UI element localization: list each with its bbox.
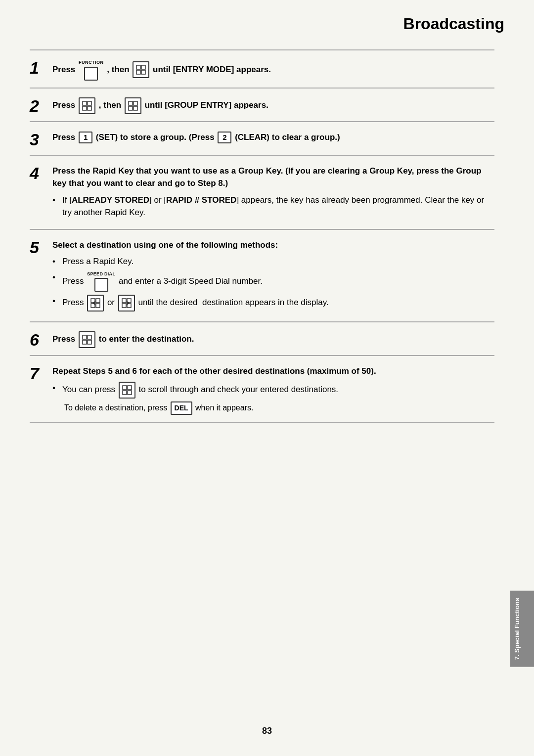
page-title: Broadcasting xyxy=(403,15,504,33)
grid-key-2b xyxy=(125,97,141,114)
grid-key-1 xyxy=(133,61,149,78)
key-1: 1 xyxy=(79,132,92,143)
svg-rect-17 xyxy=(122,299,126,303)
grid-key-2a xyxy=(79,97,95,114)
svg-rect-28 xyxy=(123,391,127,395)
content-area: 1 Press FUNCTION , then xyxy=(30,49,494,716)
step-3-row: 3 Press 1 (SET) to store a group. (Press… xyxy=(30,121,494,155)
step-1-row: 1 Press FUNCTION , then xyxy=(30,49,494,88)
grid-key-7 xyxy=(119,382,135,399)
step-4-bullet-1: If [ALREADY STORED] or [RAPID # STORED] … xyxy=(52,194,494,219)
svg-rect-5 xyxy=(88,101,91,105)
grid-key-5a xyxy=(87,295,104,311)
grid-key-6 xyxy=(79,331,95,348)
step-7-row: 7 Repeat Steps 5 and 6 for each of the o… xyxy=(30,355,494,423)
del-key: DEL xyxy=(171,401,192,415)
step-1-number: 1 xyxy=(30,59,52,76)
step-5-bullet-2: Press SPEED DIAL and enter a 3-digit Spe… xyxy=(52,271,494,292)
side-tab: 7. Special Functions xyxy=(510,591,534,667)
step-1-text: Press FUNCTION , then unt xyxy=(52,65,271,74)
step-7-bullets: You can press to scroll through and chec… xyxy=(52,382,494,399)
step-7-number: 7 xyxy=(30,365,52,382)
step-2-row: 2 Press , then xyxy=(30,88,494,121)
step-6-text: Press to enter the destination. xyxy=(52,334,194,344)
svg-rect-15 xyxy=(96,304,100,308)
speed-dial-key: SPEED DIAL xyxy=(87,271,115,292)
step-7-sub: To delete a destination, press DEL when … xyxy=(52,401,494,415)
key-2: 2 xyxy=(218,132,231,143)
svg-rect-27 xyxy=(128,386,132,390)
svg-rect-13 xyxy=(96,299,100,303)
svg-rect-22 xyxy=(83,335,87,339)
step-5-row: 5 Select a destination using one of the … xyxy=(30,229,494,322)
svg-rect-19 xyxy=(122,304,126,308)
svg-rect-26 xyxy=(123,386,127,390)
step-4-text: Press the Rapid Key that you want to use… xyxy=(52,166,482,188)
step-4-bullets: If [ALREADY STORED] or [RAPID # STORED] … xyxy=(52,194,494,219)
svg-rect-10 xyxy=(129,106,133,110)
svg-rect-9 xyxy=(134,101,137,105)
step-5-number: 5 xyxy=(30,239,52,256)
svg-marker-16 xyxy=(92,301,95,306)
grid-key-5b xyxy=(118,295,135,311)
page-number: 83 xyxy=(262,726,272,736)
svg-rect-8 xyxy=(129,101,133,105)
step-7-content: Repeat Steps 5 and 6 for each of the oth… xyxy=(52,365,494,415)
svg-rect-7 xyxy=(88,106,91,110)
step-5-text: Select a destination using one of the fo… xyxy=(52,240,278,250)
step-6-number: 6 xyxy=(30,331,52,348)
svg-rect-4 xyxy=(83,101,87,105)
step-5-bullets: Press a Rapid Key. Press SPEED DIAL and … xyxy=(52,255,494,311)
svg-rect-0 xyxy=(136,65,140,69)
svg-rect-29 xyxy=(128,391,132,395)
svg-rect-25 xyxy=(88,340,91,344)
step-5-bullet-1: Press a Rapid Key. xyxy=(52,255,494,268)
step-1-content: Press FUNCTION , then unt xyxy=(52,59,494,81)
step-3-number: 3 xyxy=(30,131,52,148)
svg-rect-2 xyxy=(136,70,140,74)
function-key: FUNCTION xyxy=(79,59,104,81)
svg-rect-6 xyxy=(83,106,87,110)
step-4-row: 4 Press the Rapid Key that you want to u… xyxy=(30,155,494,229)
step-2-number: 2 xyxy=(30,97,52,114)
page: Broadcasting 1 Press FUNCTION , then xyxy=(0,0,534,756)
step-7-bullet-1: You can press to scroll through and chec… xyxy=(52,382,494,399)
step-2-content: Press , then xyxy=(52,97,494,114)
svg-rect-3 xyxy=(141,70,145,74)
step-4-content: Press the Rapid Key that you want to use… xyxy=(52,165,494,222)
step-7-text: Repeat Steps 5 and 6 for each of the oth… xyxy=(52,366,376,376)
svg-rect-1 xyxy=(141,65,145,69)
step-5-bullet-3: Press or xyxy=(52,295,494,311)
svg-rect-11 xyxy=(134,106,137,110)
step-4-number: 4 xyxy=(30,165,52,181)
svg-rect-23 xyxy=(88,335,91,339)
svg-rect-24 xyxy=(83,340,87,344)
step-3-content: Press 1 (SET) to store a group. (Press 2… xyxy=(52,131,494,144)
step-6-row: 6 Press to enter the destination. xyxy=(30,321,494,355)
page-title-bar: Broadcasting xyxy=(403,15,504,33)
step-6-content: Press to enter the destination. xyxy=(52,331,494,348)
step-5-content: Select a destination using one of the fo… xyxy=(52,239,494,315)
step-2-text: Press , then xyxy=(52,100,268,110)
svg-marker-21 xyxy=(127,301,130,306)
step-3-text: Press 1 (SET) to store a group. (Press 2… xyxy=(52,133,340,142)
